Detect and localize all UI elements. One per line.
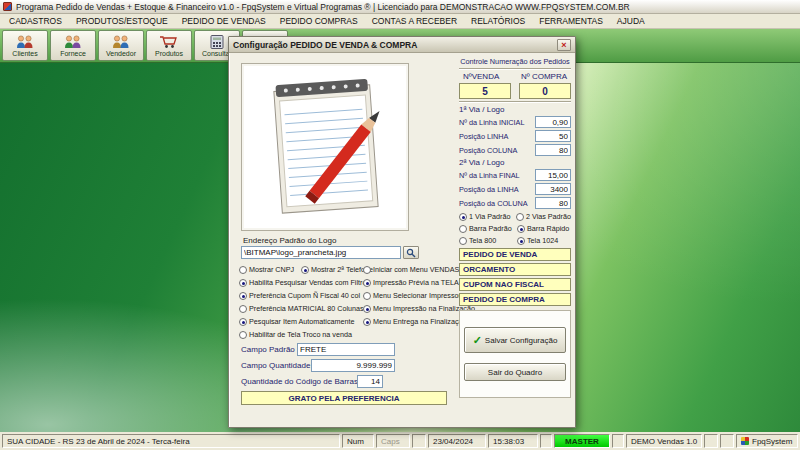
option-tela-troco[interactable]: Habilitar de Tela Troco na venda [239, 330, 352, 339]
toolbar-button-label: Fornece [60, 50, 86, 57]
search-icon [406, 248, 416, 258]
status-user-badge: MASTER [554, 434, 610, 448]
via2-posicao-linha-label: Posição da LINHA [459, 185, 519, 194]
option-impressao-previa-tela[interactable]: Impressão Prévia na TELA [363, 278, 459, 287]
venda-number-label: NºVENDA [463, 72, 499, 81]
campo-padrao-input[interactable] [297, 343, 395, 356]
option-tela-1024[interactable]: Tela 1024 [517, 236, 558, 245]
menu-cadastros[interactable]: CADASTROS [2, 15, 69, 27]
via2-linha-final-label: Nº da Linha FINAL [459, 171, 520, 180]
option-label: Barra Rápido [527, 224, 569, 233]
menu-relatorios[interactable]: RELATÓRIOS [464, 15, 532, 27]
toolbar-produtos-button[interactable]: Produtos [146, 30, 192, 61]
campo-quantidade-row: Campo Quantidade [241, 359, 395, 372]
document-type-list: PEDIDO DE VENDA ORCAMENTO CUPOM NAO FISC… [459, 248, 571, 306]
option-barra-rapido[interactable]: Barra Rápido [517, 224, 569, 233]
separator [459, 68, 571, 70]
status-caps-lock: Caps [376, 434, 410, 448]
option-iniciar-menu-vendas[interactable]: Iniciar com Menu VENDAS [363, 265, 459, 274]
logo-path-input[interactable] [241, 246, 401, 259]
save-config-label: Salvar Configuração [485, 336, 557, 345]
status-date: 23/04/2024 [428, 434, 486, 448]
radio-icon [459, 213, 467, 221]
option-pesquisar-item-auto[interactable]: Pesquisar Item Automaticamente [239, 317, 354, 326]
status-location: SUA CIDADE - RS 23 de Abril de 2024 - Te… [2, 434, 340, 448]
radio-icon [239, 279, 247, 287]
via1-posicao-linha-label: Posição LINHA [459, 132, 508, 141]
option-1-via-padrao[interactable]: 1 Via Padrão [459, 212, 516, 221]
option-pesquisar-vendas-filtro[interactable]: Habilita Pesquisar Vendas com Filtro [239, 278, 366, 287]
option-tela-800[interactable]: Tela 800 [459, 236, 517, 245]
option-label: Barra Padrão [469, 224, 512, 233]
radio-icon [239, 331, 247, 339]
menu-pedido-de-vendas[interactable]: PEDIDO DE VENDAS [175, 15, 273, 27]
menubar: CADASTROS PRODUTOS/ESTOQUE PEDIDO DE VEN… [0, 14, 800, 29]
via2-posicao-linha-input[interactable] [535, 183, 571, 195]
menu-pedido-compras[interactable]: PEDIDO COMPRAS [273, 15, 365, 27]
radio-icon [459, 225, 467, 233]
option-label: Impressão Prévia na TELA [373, 278, 459, 287]
via2-title: 2ª Via / Logo [459, 158, 571, 167]
save-config-button[interactable]: ✓ Salvar Configuração [464, 327, 566, 353]
venda-number-value: 5 [459, 83, 511, 99]
option-label: Habilitar de Tela Troco na venda [249, 330, 352, 339]
close-icon[interactable]: × [557, 39, 571, 51]
window-titlebar[interactable]: Programa Pedido de Vendas + Estoque & Fi… [0, 0, 800, 14]
app-icon [3, 2, 12, 11]
option-label: Pesquisar Item Automaticamente [249, 317, 354, 326]
menu-produtos-estoque[interactable]: PRODUTOS/ESTOQUE [69, 15, 175, 27]
exit-dialog-button[interactable]: Sair do Quadro [464, 363, 566, 381]
radio-icon [516, 213, 524, 221]
radio-icon [517, 225, 525, 233]
option-label: Tela 800 [469, 236, 496, 245]
menu-contas-a-receber[interactable]: CONTAS A RECEBER [365, 15, 464, 27]
browse-logo-button[interactable] [403, 246, 419, 259]
option-barra-padrao[interactable]: Barra Padrão [459, 224, 517, 233]
menu-ferramentas[interactable]: FERRAMENTAS [532, 15, 610, 27]
via2-posicao-coluna-label: Posição da COLUNA [459, 199, 528, 208]
compra-number-value: 0 [519, 83, 571, 99]
campo-padrao-row: Campo Padrão [241, 343, 395, 356]
option-mostrar-cnpj[interactable]: Mostrar CNPJ [239, 265, 294, 274]
option-label: Menu Selecionar Impressora [373, 291, 465, 300]
via2-posicao-coluna-input[interactable] [535, 197, 571, 209]
logo-preview-image [241, 63, 409, 231]
via1-posicao-linha-input[interactable] [535, 130, 571, 142]
statusbar: SUA CIDADE - RS 23 de Abril de 2024 - Te… [0, 432, 800, 450]
option-label: Mostrar CNPJ [249, 265, 294, 274]
via2-linha-final-input[interactable] [535, 169, 571, 181]
option-label: Preferência Cupom Ñ Fiscal 40 col [249, 291, 360, 300]
via1-posicao-coluna-row: Posição COLUNA [459, 144, 571, 156]
clients-icon [15, 35, 35, 49]
toolbar-fornecedor-button[interactable]: Fornece [50, 30, 96, 61]
option-label: 1 Via Padrão [469, 212, 510, 221]
toolbar-vendedor-button[interactable]: Vendedor [98, 30, 144, 61]
codigo-barras-label: Quantidade do Código de Barras [241, 377, 353, 386]
toolbar-clientes-button[interactable]: Clientes [2, 30, 48, 61]
option-matricial-80[interactable]: Preferência MATRICIAL 80 Colunas [239, 304, 364, 313]
via1-posicao-coluna-input[interactable] [535, 144, 571, 156]
radio-icon [239, 318, 247, 326]
doc-type-cupom-nao-fiscal: CUPOM NAO FISCAL [459, 278, 571, 291]
dialog-titlebar[interactable]: Configuração PEDIDO DE VENDA & COMPRA × [229, 37, 575, 53]
option-cupom-nao-fiscal-40[interactable]: Preferência Cupom Ñ Fiscal 40 col [239, 291, 360, 300]
logo-path-label: Endereço Padrão do Logo [243, 236, 336, 245]
via2-posicao-coluna-row: Posição da COLUNA [459, 197, 571, 209]
status-spacer [540, 434, 552, 448]
campo-quantidade-input[interactable] [311, 359, 395, 372]
codigo-barras-input[interactable] [357, 375, 383, 388]
status-num-lock: Num [342, 434, 374, 448]
option-2-vias-padrao[interactable]: 2 Vias Padrão [516, 212, 571, 221]
via1-linha-inicial-input[interactable] [535, 116, 571, 128]
status-brand-label: FpqSystem [752, 437, 792, 446]
calculator-icon [209, 35, 225, 49]
radio-icon [363, 305, 371, 313]
products-cart-icon [159, 35, 179, 49]
config-dialog: Configuração PEDIDO DE VENDA & COMPRA × [228, 36, 576, 428]
barra-mode-row: Barra Padrão Barra Rápido [459, 224, 571, 233]
option-menu-entrega-finalizacao[interactable]: Menu Entrega na Finalização [363, 317, 467, 326]
menu-ajuda[interactable]: AJUDA [610, 15, 652, 27]
option-menu-selecionar-impressora[interactable]: Menu Selecionar Impressora [363, 291, 465, 300]
doc-type-pedido-compra: PEDIDO DE COMPRA [459, 293, 571, 306]
tela-mode-row: Tela 800 Tela 1024 [459, 236, 571, 245]
